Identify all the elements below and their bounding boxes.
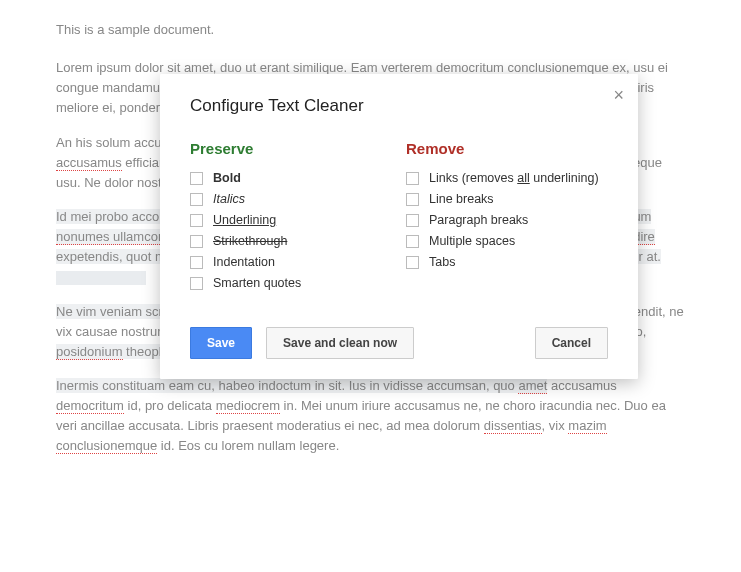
preserve-bold-option[interactable]: Bold — [190, 171, 392, 185]
remove-heading: Remove — [406, 140, 608, 157]
checkbox-icon — [190, 235, 203, 248]
checkbox-icon — [190, 193, 203, 206]
option-label: Strikethrough — [213, 234, 287, 248]
option-label: Tabs — [429, 255, 455, 269]
paragraph: Inermis constituam eam cu, habeo indoctu… — [56, 376, 685, 457]
text-underline: all — [517, 171, 530, 185]
options-columns: Preserve Bold Italics Underlining Strike… — [190, 140, 608, 297]
configure-text-cleaner-dialog: × Configure Text Cleaner Preserve Bold I… — [160, 74, 638, 379]
text-run: id, pro delicata — [124, 398, 216, 413]
checkbox-icon — [190, 277, 203, 290]
highlighted-text: Inermis constituam eam cu, habeo indoctu… — [56, 378, 518, 393]
preserve-italics-option[interactable]: Italics — [190, 192, 392, 206]
dialog-title: Configure Text Cleaner — [190, 96, 608, 116]
text-fragment: Links (removes — [429, 171, 517, 185]
save-and-clean-now-button[interactable]: Save and clean now — [266, 327, 414, 359]
preserve-underlining-option[interactable]: Underlining — [190, 213, 392, 227]
close-icon[interactable]: × — [613, 86, 624, 104]
remove-links-option[interactable]: Links (removes all underlining) — [406, 171, 608, 185]
option-label: Bold — [213, 171, 241, 185]
option-label: Links (removes all underlining) — [429, 171, 599, 185]
option-label: Line breaks — [429, 192, 494, 206]
checkbox-icon — [406, 172, 419, 185]
preserve-indentation-option[interactable]: Indentation — [190, 255, 392, 269]
remove-tabs-option[interactable]: Tabs — [406, 255, 608, 269]
spellcheck-word: amet — [518, 378, 547, 394]
spellcheck-word: mazim — [568, 418, 606, 434]
spellcheck-word: posidonium — [56, 344, 123, 360]
remove-paragraph-breaks-option[interactable]: Paragraph breaks — [406, 213, 608, 227]
dialog-actions: Save Save and clean now Cancel — [190, 327, 608, 359]
preserve-smarten-quotes-option[interactable]: Smarten quotes — [190, 276, 392, 290]
checkbox-icon — [406, 193, 419, 206]
checkbox-icon — [190, 256, 203, 269]
checkbox-icon — [190, 172, 203, 185]
spellcheck-word: mediocrem — [216, 398, 280, 414]
option-label: Underlining — [213, 213, 276, 227]
checkbox-icon — [406, 214, 419, 227]
intro-text: This is a sample document. — [56, 20, 685, 40]
preserve-column: Preserve Bold Italics Underlining Strike… — [190, 140, 392, 297]
text-fragment: underlining) — [530, 171, 599, 185]
checkbox-icon — [406, 256, 419, 269]
save-button[interactable]: Save — [190, 327, 252, 359]
cancel-button[interactable]: Cancel — [535, 327, 608, 359]
spellcheck-word: dissentias — [484, 418, 542, 434]
preserve-strikethrough-option[interactable]: Strikethrough — [190, 234, 392, 248]
option-label: Italics — [213, 192, 245, 206]
option-label: Multiple spaces — [429, 234, 515, 248]
text-run: id. Eos cu lorem nullam legere. — [157, 438, 339, 453]
preserve-heading: Preserve — [190, 140, 392, 157]
text-run: accusamus — [547, 378, 616, 393]
option-label: Paragraph breaks — [429, 213, 528, 227]
checkbox-icon — [406, 235, 419, 248]
spellcheck-word: accusamus — [56, 155, 122, 171]
remove-line-breaks-option[interactable]: Line breaks — [406, 192, 608, 206]
spellcheck-word: conclusionemque — [56, 438, 157, 454]
option-label: Smarten quotes — [213, 276, 301, 290]
remove-multiple-spaces-option[interactable]: Multiple spaces — [406, 234, 608, 248]
spellcheck-word: democritum — [56, 398, 124, 414]
selection-blank — [56, 271, 146, 285]
remove-column: Remove Links (removes all underlining) L… — [406, 140, 608, 297]
option-label: Indentation — [213, 255, 275, 269]
text-run: , vix — [542, 418, 569, 433]
checkbox-icon — [190, 214, 203, 227]
